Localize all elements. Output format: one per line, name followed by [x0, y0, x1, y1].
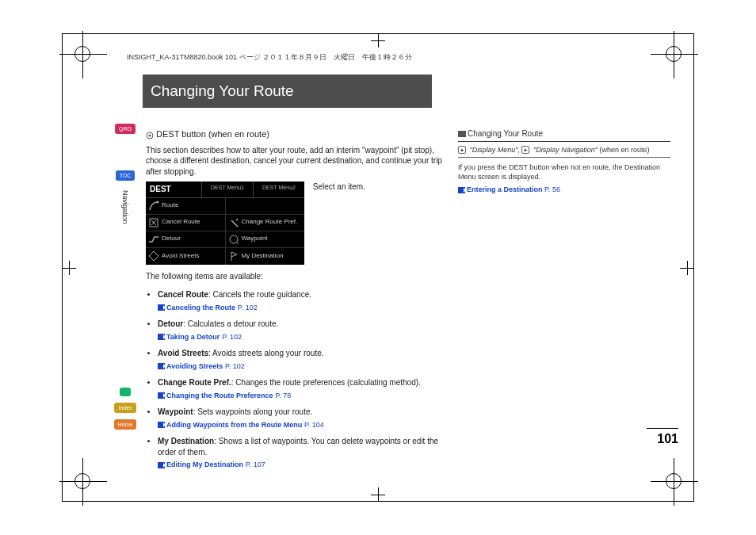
xref-icon — [158, 462, 165, 468]
xref-icon — [158, 334, 165, 340]
aside-head-text: Changing Your Route — [468, 129, 543, 138]
list-item: Cancel Route: Cancels the route guidance… — [158, 289, 447, 312]
page-num-rule — [647, 428, 678, 429]
sc-label: Route — [162, 202, 178, 209]
list-item: Waypoint: Sets waypoints along your rout… — [158, 407, 447, 430]
list-item: Detour: Calculates a detour route. Takin… — [158, 319, 447, 342]
waypoint-icon — [228, 234, 239, 245]
list-item: Change Route Pref.: Changes the route pr… — [158, 377, 447, 400]
xref-link[interactable]: Canceling the Route — [166, 304, 235, 311]
item-name: Detour — [158, 319, 183, 328]
main-content: DEST button (when en route) This section… — [146, 128, 447, 476]
tab-index[interactable]: Index — [114, 403, 136, 413]
item-name: Avoid Streets — [158, 349, 208, 357]
xref-link[interactable]: Adding Waypoints from the Route Menu — [166, 421, 302, 429]
xref-link[interactable]: Avoiding Streets — [166, 362, 223, 370]
page-number: 101 — [657, 432, 678, 446]
note-icon — [458, 131, 466, 137]
dest-icon — [228, 250, 239, 262]
registration-mark — [74, 473, 90, 489]
xref-icon — [158, 363, 165, 369]
item-desc: : Sets waypoints along your route. — [193, 407, 313, 416]
item-name: Cancel Route — [158, 290, 208, 299]
crosshair — [371, 33, 385, 48]
tab-home[interactable]: Home — [114, 419, 137, 430]
aside-paragraph: If you press the DEST button when not en… — [458, 162, 670, 182]
xref-page: P. 56 — [544, 185, 560, 193]
side-tabs: QRG TOC Navigation Index Home — [114, 124, 136, 430]
item-desc: : Avoids streets along your route. — [208, 349, 323, 357]
item-name: My Destination — [158, 437, 214, 445]
registration-mark — [666, 46, 682, 62]
crosshair — [371, 487, 385, 502]
pref-icon — [228, 217, 239, 228]
page-title: Changing Your Route — [143, 75, 432, 108]
item-name: Change Route Pref. — [158, 378, 231, 387]
cancel-icon — [148, 217, 159, 228]
dest-button-icon — [146, 131, 154, 139]
select-item-text: Select an item. — [313, 182, 365, 193]
tab-toc[interactable]: TOC — [116, 170, 136, 181]
subheading-text: DEST button (when en route) — [156, 129, 269, 139]
sc-label: Change Route Pref. — [242, 219, 298, 226]
sc-label: Waypoint — [242, 235, 268, 243]
svg-line-7 — [236, 242, 239, 244]
crosshair — [62, 261, 76, 275]
crosshair — [680, 261, 694, 275]
xref-icon — [458, 187, 465, 193]
aside-voice: ✦ "Display Menu", ✦ "Display Navigation"… — [458, 145, 670, 158]
sc-tab-route: DEST — [146, 182, 201, 197]
xref-page: P. 102 — [222, 333, 242, 341]
section-name: Navigation — [121, 190, 129, 224]
voice-icon: ✦ — [521, 146, 529, 154]
tab-voice[interactable] — [120, 388, 131, 396]
xref-page: P. 102 — [225, 362, 245, 370]
xref-link[interactable]: Editing My Destination — [166, 460, 243, 468]
voice-suffix: (when en route) — [598, 146, 650, 154]
xref-page: P. 104 — [304, 421, 324, 429]
detour-icon — [148, 234, 159, 245]
sc-label: Cancel Route — [162, 219, 200, 226]
svg-marker-8 — [149, 251, 158, 261]
sc-label: Avoid Streets — [162, 253, 199, 260]
tab-qrg[interactable]: QRG — [115, 124, 136, 134]
xref-link[interactable]: Entering a Destination — [467, 185, 543, 193]
sc-label: Detour — [162, 235, 181, 243]
sc-tab-menu2: DEST Menu2 — [253, 182, 304, 197]
voice-cmd-1: "Display Menu" — [470, 146, 518, 154]
item-desc: : Changes the route preferences (calcula… — [231, 378, 421, 387]
svg-point-1 — [149, 135, 151, 137]
items-intro: The following items are available: — [146, 271, 447, 282]
registration-mark — [666, 473, 682, 489]
subheading: DEST button (when en route) — [146, 128, 447, 140]
xref-icon — [158, 392, 165, 399]
aside-column: Changing Your Route ✦ "Display Menu", ✦ … — [458, 128, 670, 194]
xref-page: P. 102 — [238, 304, 258, 311]
list-item: Avoid Streets: Avoids streets along your… — [158, 348, 447, 371]
item-name: Waypoint — [158, 407, 193, 416]
xref-page: P. 78 — [275, 392, 291, 399]
sc-label: My Destination — [242, 253, 284, 260]
xref-link[interactable]: Changing the Route Preference — [166, 392, 273, 399]
aside-heading: Changing Your Route — [458, 128, 670, 142]
item-desc: : Cancels the route guidance. — [208, 290, 311, 299]
registration-mark — [74, 46, 90, 62]
xref-icon — [158, 304, 165, 311]
items-list: Cancel Route: Cancels the route guidance… — [146, 289, 447, 470]
xref-link[interactable]: Taking a Detour — [166, 333, 220, 341]
svg-point-2 — [157, 201, 159, 203]
list-item: My Destination: Shows a list of waypoint… — [158, 436, 447, 470]
sc-tab-menu1: DEST Menu1 — [201, 182, 253, 197]
intro-text: This section describes how to alter your… — [146, 145, 447, 178]
voice-cmd-2: "Display Navigation" — [533, 146, 598, 154]
route-icon — [148, 201, 159, 212]
nav-screenshot: DEST DEST Menu1 DEST Menu2 Route Cancel … — [146, 182, 304, 265]
print-header: INSIGHT_KA-31TM8820.book 101 ページ ２０１１年８月… — [127, 52, 412, 63]
avoid-icon — [148, 250, 159, 262]
xref-icon — [158, 422, 165, 428]
xref-page: P. 107 — [246, 460, 265, 468]
item-desc: : Calculates a detour route. — [183, 319, 278, 328]
voice-icon: ✦ — [458, 146, 466, 154]
